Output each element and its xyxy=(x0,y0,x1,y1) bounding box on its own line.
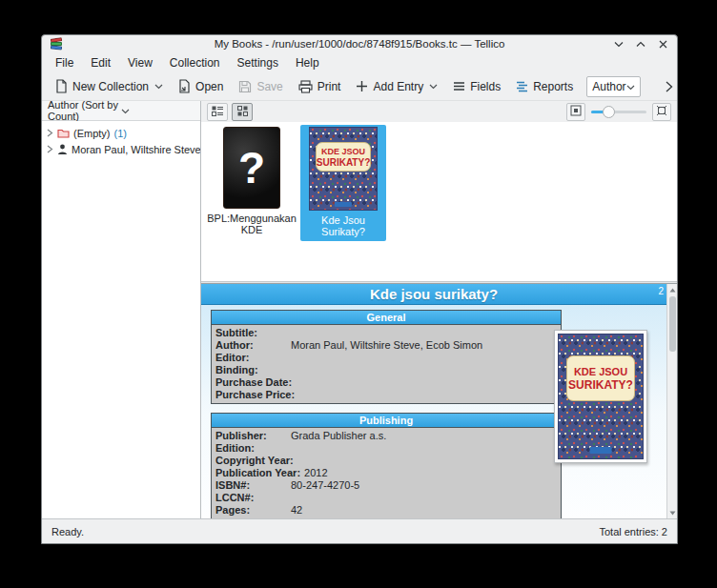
entry-detail-title: Kde jsou surikaty? xyxy=(370,286,498,302)
window-title: My Books - /run/user/1000/doc/8748f915/B… xyxy=(42,38,677,50)
chevron-down-icon xyxy=(154,84,163,90)
menu-view[interactable]: View xyxy=(120,54,160,71)
section-general: General Subtitle: Author: Moran Paul, Wi… xyxy=(211,310,562,404)
scroll-down-icon[interactable] xyxy=(667,508,677,517)
field-row: Edition: xyxy=(215,442,557,455)
detail-cover-image[interactable]: KDE JSOU SURIKATY? xyxy=(554,330,647,463)
entry-detail-header: Kde jsou surikaty? 2 xyxy=(201,284,666,305)
group-tree: (Empty) (1) Moran Paul, Wiltshire Steve,… xyxy=(42,121,200,518)
folder-icon xyxy=(57,128,70,138)
field-row: Translator: xyxy=(215,517,557,518)
field-row: ISBN#: 80-247-4270-5 xyxy=(215,479,557,492)
chevron-down-icon xyxy=(626,80,635,93)
zoom-out-icon xyxy=(570,103,582,120)
person-icon xyxy=(57,144,68,154)
status-message: Ready. xyxy=(51,526,84,537)
tree-item-empty[interactable]: (Empty) (1) xyxy=(42,125,200,141)
close-icon[interactable] xyxy=(656,37,669,51)
menubar: File Edit View Collection Settings Help xyxy=(42,52,677,72)
section-header: General xyxy=(211,310,562,324)
add-entry-button[interactable]: Add Entry xyxy=(350,76,443,97)
book-cover-thumbnail: KDE JSOU SURIKATY? xyxy=(309,127,378,211)
expander-icon[interactable] xyxy=(47,129,53,137)
main-toolbar: New Collection Open Save Print xyxy=(42,72,677,101)
icon-view-icon xyxy=(237,103,248,120)
field-row: Publisher: Grada Publisher a.s. xyxy=(215,430,557,442)
scrollbar-thumb[interactable] xyxy=(669,296,676,352)
plus-icon xyxy=(356,80,368,92)
save-icon xyxy=(238,80,252,93)
printer-icon xyxy=(298,80,313,93)
entry-title: Kde Jsou Surikaty? xyxy=(302,214,384,237)
new-document-icon xyxy=(55,79,68,93)
chevron-down-icon xyxy=(121,105,195,116)
zoom-out-button[interactable] xyxy=(566,103,585,121)
slider-handle[interactable] xyxy=(603,106,615,118)
group-count: (1) xyxy=(114,128,127,139)
field-row: Author: Moran Paul, Wiltshire Steve, Eco… xyxy=(215,339,557,352)
statusbar: Ready. Total entries: 2 xyxy=(42,518,677,543)
menu-help[interactable]: Help xyxy=(288,54,327,71)
group-sort-selector[interactable]: Author (Sort by Count) xyxy=(42,101,200,121)
detail-scrollbar[interactable] xyxy=(666,284,677,518)
titlebar[interactable]: My Books - /run/user/1000/doc/8748f915/B… xyxy=(42,35,677,52)
menu-edit[interactable]: Edit xyxy=(83,54,118,71)
save-button[interactable]: Save xyxy=(233,76,288,97)
field-row: Publication Year: 2012 xyxy=(215,467,557,479)
book-cover-art: KDE JSOU SURIKATY? xyxy=(558,334,644,459)
field-row: Editor: xyxy=(215,352,557,364)
menu-settings[interactable]: Settings xyxy=(230,54,286,71)
open-button[interactable]: Open xyxy=(173,75,229,97)
scroll-up-icon[interactable] xyxy=(667,285,677,294)
section-publishing: Publishing Publisher: Grada Publisher a.… xyxy=(211,413,562,518)
total-entries: Total entries: 2 xyxy=(599,526,667,537)
list-view-toggle[interactable] xyxy=(207,103,228,121)
section-header: Publishing xyxy=(211,413,562,427)
entry-view-toolbar xyxy=(201,101,677,122)
icon-view-toggle[interactable] xyxy=(232,103,253,121)
menu-file[interactable]: File xyxy=(48,54,81,71)
minimize-icon[interactable] xyxy=(612,37,625,51)
reports-button[interactable]: Reports xyxy=(510,76,579,97)
new-collection-button[interactable]: New Collection xyxy=(50,75,169,97)
field-row: LCCN#: xyxy=(215,492,557,504)
entry-item-selected[interactable]: KDE JSOU SURIKATY? Kde Jsou Surikaty? xyxy=(300,125,386,241)
tellico-window: My Books - /run/user/1000/doc/8748f915/B… xyxy=(41,34,678,544)
entry-title: BPL:Menggunakan KDE xyxy=(207,213,297,235)
fields-button[interactable]: Fields xyxy=(447,76,506,97)
fields-icon xyxy=(453,81,465,91)
field-row: Pages: 42 xyxy=(215,504,557,517)
menu-collection[interactable]: Collection xyxy=(162,54,228,71)
field-row: Purchase Price: xyxy=(215,389,557,401)
entry-detail-view: Kde jsou surikaty? 2 General Subtitle: xyxy=(201,284,677,518)
tree-item-author-group[interactable]: Moran Paul, Wiltshire Steve, Ec... (1) xyxy=(42,141,200,157)
entry-item[interactable]: ? BPL:Menggunakan KDE xyxy=(209,125,295,239)
entry-id-badge: 2 xyxy=(658,286,664,296)
zoom-in-button[interactable] xyxy=(652,103,671,121)
entry-icon-view: ? BPL:Menggunakan KDE KDE JSOU SURIKATY?… xyxy=(201,122,677,281)
print-button[interactable]: Print xyxy=(293,76,347,97)
reports-icon xyxy=(516,81,528,92)
list-view-icon xyxy=(212,103,223,120)
maximize-icon[interactable] xyxy=(634,37,647,51)
chevron-down-icon xyxy=(429,84,438,90)
open-document-icon xyxy=(178,79,191,93)
icon-size-slider[interactable] xyxy=(591,105,646,118)
field-row: Copyright Year: xyxy=(215,455,557,467)
field-row: Purchase Date: xyxy=(215,376,557,389)
group-by-combobox[interactable]: Author xyxy=(586,76,640,97)
book-cover-placeholder: ? xyxy=(223,127,280,209)
group-view-panel: Author (Sort by Count) (Empty) (1) xyxy=(42,101,201,518)
expander-icon[interactable] xyxy=(47,145,53,153)
tellico-app-icon xyxy=(50,38,64,51)
zoom-in-icon xyxy=(656,103,667,120)
field-row: Subtitle: xyxy=(215,327,557,339)
field-row: Binding: xyxy=(215,364,557,376)
toolbar-overflow-button[interactable] xyxy=(658,79,678,94)
